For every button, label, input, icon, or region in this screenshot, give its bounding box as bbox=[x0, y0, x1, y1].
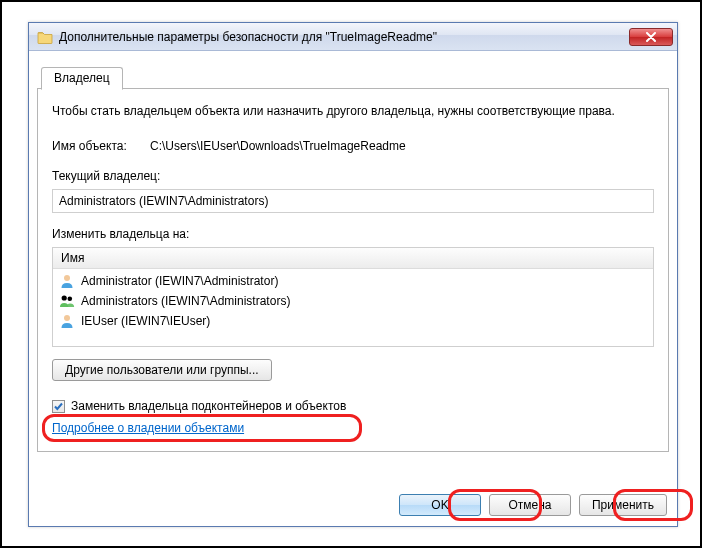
user-icon bbox=[59, 313, 75, 329]
svg-point-3 bbox=[64, 315, 70, 321]
users-group-icon bbox=[59, 293, 75, 309]
owner-item-label: Administrator (IEWIN7\Administrator) bbox=[81, 274, 278, 288]
cancel-button[interactable]: Отмена bbox=[489, 494, 571, 516]
close-button[interactable] bbox=[629, 28, 673, 46]
object-name-value: C:\Users\IEUser\Downloads\TrueImageReadm… bbox=[150, 139, 406, 153]
current-owner-field: Administrators (IEWIN7\Administrators) bbox=[52, 189, 654, 213]
object-name-row: Имя объекта: C:\Users\IEUser\Downloads\T… bbox=[52, 139, 654, 153]
svg-point-1 bbox=[62, 296, 67, 301]
folder-icon bbox=[37, 29, 53, 45]
replace-owner-label: Заменить владельца подконтейнеров и объе… bbox=[71, 399, 346, 413]
close-icon bbox=[645, 32, 657, 42]
current-owner-label: Текущий владелец: bbox=[52, 169, 654, 183]
owner-list-item[interactable]: Administrators (IEWIN7\Administrators) bbox=[53, 291, 653, 311]
tab-owner[interactable]: Владелец bbox=[41, 67, 123, 90]
tab-strip: Владелец bbox=[37, 65, 669, 89]
checkmark-icon bbox=[53, 401, 64, 412]
dialog-footer: OK Отмена Применить bbox=[397, 484, 669, 518]
owner-list-header[interactable]: Имя bbox=[53, 248, 653, 269]
tab-page-owner: Чтобы стать владельцем объекта или назна… bbox=[37, 89, 669, 452]
client-area: Владелец Чтобы стать владельцем объекта … bbox=[37, 59, 669, 518]
owner-listbox[interactable]: Имя Administrator (IEWIN7\Administrator)… bbox=[52, 247, 654, 347]
user-icon bbox=[59, 273, 75, 289]
ok-button[interactable]: OK bbox=[399, 494, 481, 516]
svg-point-0 bbox=[64, 275, 70, 281]
replace-owner-checkbox-row[interactable]: Заменить владельца подконтейнеров и объе… bbox=[52, 399, 654, 413]
owner-item-label: IEUser (IEWIN7\IEUser) bbox=[81, 314, 210, 328]
object-name-label: Имя объекта: bbox=[52, 139, 132, 153]
window-title: Дополнительные параметры безопасности дл… bbox=[59, 30, 629, 44]
owner-item-label: Administrators (IEWIN7\Administrators) bbox=[81, 294, 290, 308]
other-users-button[interactable]: Другие пользователи или группы... bbox=[52, 359, 272, 381]
dialog-window: Дополнительные параметры безопасности дл… bbox=[28, 22, 678, 527]
learn-more-link[interactable]: Подробнее о владении объектами bbox=[52, 421, 244, 435]
owner-list-item[interactable]: IEUser (IEWIN7\IEUser) bbox=[53, 311, 653, 331]
change-owner-label: Изменить владельца на: bbox=[52, 227, 654, 241]
titlebar[interactable]: Дополнительные параметры безопасности дл… bbox=[29, 23, 677, 51]
owner-list-item[interactable]: Administrator (IEWIN7\Administrator) bbox=[53, 271, 653, 291]
description-text: Чтобы стать владельцем объекта или назна… bbox=[52, 103, 654, 119]
replace-owner-checkbox[interactable] bbox=[52, 400, 65, 413]
apply-button[interactable]: Применить bbox=[579, 494, 667, 516]
svg-point-2 bbox=[68, 297, 73, 302]
